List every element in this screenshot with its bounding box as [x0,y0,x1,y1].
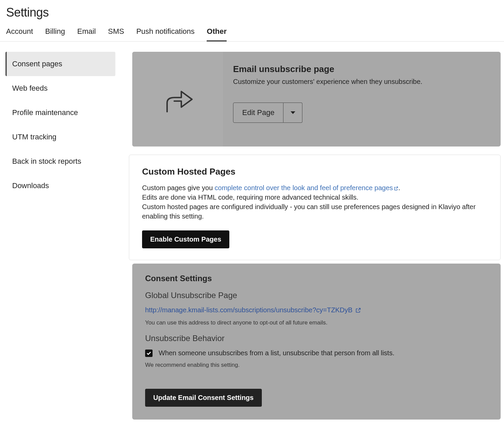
custom-hosted-pages-card: Custom Hosted Pages Custom pages give yo… [129,155,501,260]
settings-sidebar: Consent pages Web feeds Profile maintena… [2,52,115,427]
custom-hosted-afterlink: . [398,184,400,192]
tab-account[interactable]: Account [6,27,33,41]
settings-tabs: Account Billing Email SMS Push notificat… [0,20,504,42]
global-unsubscribe-help: You can use this address to direct anyon… [145,319,488,326]
sidebar-item-consent-pages[interactable]: Consent pages [5,52,115,76]
tab-billing[interactable]: Billing [45,27,65,41]
external-link-icon [394,186,398,191]
global-unsubscribe-url[interactable]: http://manage.kmail-lists.com/subscripti… [145,306,361,314]
check-icon [146,351,151,355]
sidebar-item-back-in-stock-reports[interactable]: Back in stock reports [5,149,115,174]
tab-sms[interactable]: SMS [108,27,124,41]
sidebar-item-web-feeds[interactable]: Web feeds [5,76,115,100]
share-icon-panel [132,52,223,147]
custom-hosted-line1: Custom pages give you complete control o… [142,183,487,193]
unsubscribe-all-lists-checkbox[interactable] [145,350,153,357]
external-link-icon [355,307,361,313]
unsubscribe-behavior-heading: Unsubscribe Behavior [145,334,488,343]
unsubscribe-card-subtitle: Customize your customers' experience whe… [233,78,490,86]
sidebar-item-profile-maintenance[interactable]: Profile maintenance [5,100,115,125]
custom-hosted-line2: Edits are done via HTML code, requiring … [142,193,487,202]
update-email-consent-button[interactable]: Update Email Consent Settings [145,389,262,407]
consent-settings-card: Consent Settings Global Unsubscribe Page… [132,264,501,420]
enable-custom-pages-button[interactable]: Enable Custom Pages [142,230,229,248]
unsubscribe-all-lists-row: When someone unsubscribes from a list, u… [145,349,488,357]
email-unsubscribe-card: Email unsubscribe page Customize your cu… [132,52,501,147]
edit-page-dropdown[interactable] [283,103,302,123]
chevron-down-icon [290,111,296,115]
global-unsubscribe-heading: Global Unsubscribe Page [145,291,488,300]
tab-email[interactable]: Email [77,27,96,41]
custom-hosted-title: Custom Hosted Pages [142,166,487,177]
custom-hosted-lead: Custom pages give you [142,184,215,192]
sidebar-item-downloads[interactable]: Downloads [5,174,115,198]
edit-page-split-button: Edit Page [233,103,302,123]
unsubscribe-all-lists-label: When someone unsubscribes from a list, u… [159,349,394,357]
tab-push-notifications[interactable]: Push notifications [136,27,194,41]
recommend-text: We recommend enabling this setting. [145,362,488,368]
unsubscribe-card-title: Email unsubscribe page [233,64,490,74]
consent-settings-title: Consent Settings [145,274,488,283]
complete-control-link[interactable]: complete control over the look and feel … [215,184,398,192]
custom-hosted-line3: Custom hosted pages are configured indiv… [142,202,487,221]
edit-page-button[interactable]: Edit Page [233,103,283,123]
page-title: Settings [6,5,498,20]
share-arrow-icon [160,82,196,117]
tab-other[interactable]: Other [207,27,227,41]
sidebar-item-utm-tracking[interactable]: UTM tracking [5,125,115,149]
